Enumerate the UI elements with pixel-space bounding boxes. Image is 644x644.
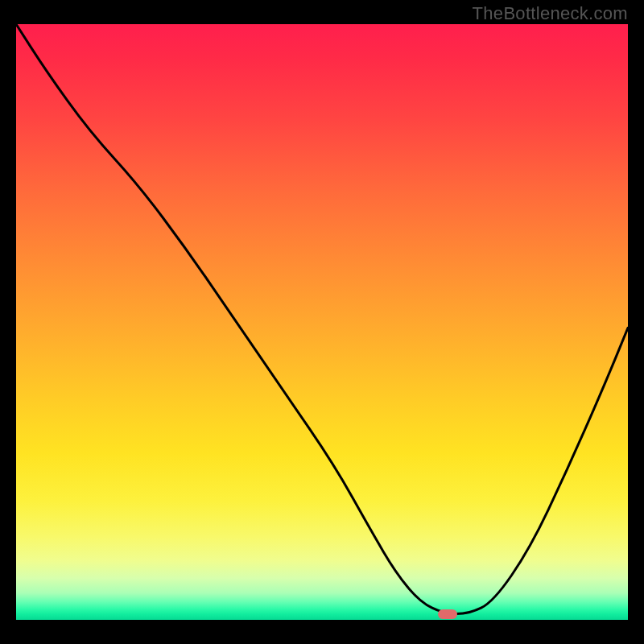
chart-page: TheBottleneck.com	[0, 0, 644, 644]
plot-area	[16, 24, 628, 620]
watermark-text: TheBottleneck.com	[473, 3, 628, 24]
bottleneck-curve	[16, 24, 628, 620]
optimal-point-marker	[438, 609, 457, 619]
